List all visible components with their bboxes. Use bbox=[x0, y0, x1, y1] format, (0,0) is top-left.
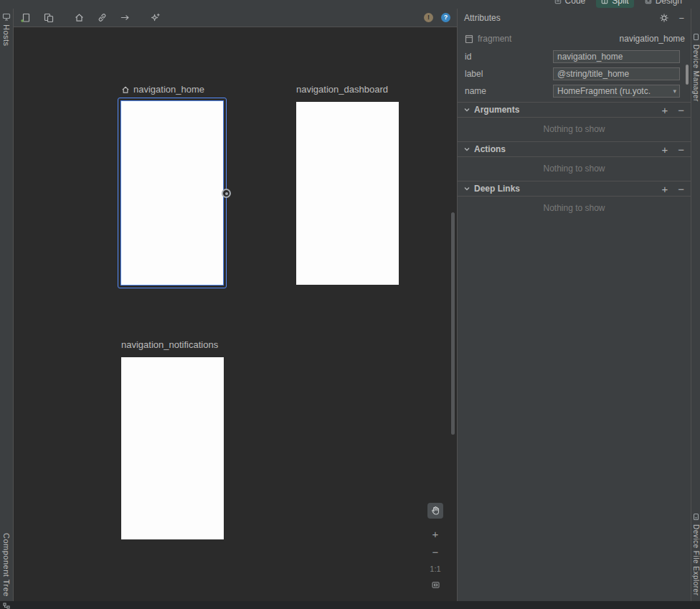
rail-tab-device-file-explorer[interactable]: Device File Explorer bbox=[692, 524, 700, 595]
field-row-label: label bbox=[465, 67, 680, 80]
right-tool-rail: Device Manager Device File Explorer bbox=[691, 9, 700, 601]
panel-scrollbar[interactable] bbox=[686, 65, 689, 85]
rail-tab-component-tree[interactable]: Component Tree bbox=[2, 533, 11, 597]
component-tree-icon[interactable] bbox=[3, 603, 11, 609]
auto-arrange-icon[interactable] bbox=[149, 12, 161, 24]
tab-design-label: Design bbox=[656, 0, 682, 6]
pan-hand-icon bbox=[430, 506, 440, 516]
hide-panel-icon[interactable]: − bbox=[678, 14, 684, 23]
new-destination-icon[interactable] bbox=[20, 12, 32, 24]
attributes-panel-title: Attributes bbox=[464, 13, 501, 23]
code-tab-icon bbox=[554, 0, 562, 4]
deep-link-icon[interactable] bbox=[96, 12, 108, 24]
bottom-strip bbox=[0, 601, 700, 609]
split-tab-icon bbox=[601, 0, 608, 4]
add-deep-link-icon[interactable]: + bbox=[661, 184, 668, 194]
component-type-label: fragment bbox=[478, 34, 511, 44]
section-title: Arguments bbox=[474, 105, 519, 115]
device-manager-icon bbox=[693, 33, 699, 41]
pan-button[interactable] bbox=[427, 503, 443, 519]
chevron-down-icon bbox=[464, 107, 470, 113]
gear-icon[interactable] bbox=[659, 13, 669, 23]
section-deep-links: Deep Links + − Nothing to show bbox=[458, 181, 691, 220]
fragment-screen-navigation-home bbox=[120, 100, 224, 285]
start-destination-home-icon bbox=[121, 85, 130, 94]
fragment-preview-navigation-dashboard[interactable] bbox=[296, 102, 399, 285]
name-field-dropdown[interactable]: HomeFragment (ru.yotc. ▾ bbox=[553, 85, 680, 98]
zoom-controls: + − 1:1 bbox=[427, 503, 443, 590]
tab-code-label: Code bbox=[565, 0, 586, 6]
actions-empty-text: Nothing to show bbox=[458, 157, 691, 181]
top-strip: Code Split Design bbox=[0, 0, 700, 9]
zoom-out-button[interactable]: − bbox=[432, 547, 439, 558]
tab-code[interactable]: Code bbox=[549, 0, 591, 8]
action-connection-handle[interactable] bbox=[222, 189, 231, 198]
rail-tab-hosts[interactable]: Hosts bbox=[2, 24, 11, 47]
nav-editor-toolbar: ! ? bbox=[14, 9, 457, 27]
warnings-indicator-icon[interactable]: ! bbox=[424, 13, 433, 22]
fragment-label-navigation-home[interactable]: navigation_home bbox=[121, 84, 204, 95]
name-field-value: HomeFragment (ru.yotc. bbox=[557, 86, 651, 96]
arguments-empty-text: Nothing to show bbox=[458, 118, 691, 141]
zoom-in-button[interactable]: + bbox=[432, 529, 439, 540]
label-field-input[interactable] bbox=[553, 67, 680, 80]
id-field-label: id bbox=[465, 52, 553, 62]
zoom-to-fit-icon[interactable] bbox=[431, 580, 440, 590]
fragment-label-navigation-dashboard[interactable]: navigation_dashboard bbox=[296, 84, 388, 95]
design-tab-icon bbox=[645, 0, 652, 4]
name-field-label: name bbox=[465, 86, 553, 96]
zoom-level-label: 1:1 bbox=[430, 565, 440, 573]
section-header-actions[interactable]: Actions + − bbox=[458, 141, 691, 157]
section-arguments: Arguments + − Nothing to show bbox=[458, 102, 691, 141]
id-field-input[interactable] bbox=[553, 50, 680, 63]
nav-graph-canvas[interactable]: ! ? navigation_home navigation_dashboard… bbox=[14, 9, 457, 601]
canvas-vertical-scrollbar[interactable] bbox=[451, 212, 455, 435]
action-arrow-icon[interactable] bbox=[119, 12, 131, 24]
hosts-icon bbox=[2, 13, 11, 21]
tab-split[interactable]: Split bbox=[596, 0, 633, 8]
remove-action-icon[interactable]: − bbox=[678, 144, 684, 155]
help-icon[interactable]: ? bbox=[441, 13, 450, 22]
device-file-explorer-icon bbox=[693, 513, 699, 521]
tab-design[interactable]: Design bbox=[640, 0, 687, 8]
chevron-down-icon bbox=[464, 146, 470, 152]
remove-deep-link-icon[interactable]: − bbox=[678, 184, 684, 194]
attribute-sections: Arguments + − Nothing to show Actions + … bbox=[458, 102, 691, 220]
chevron-down-icon: ▾ bbox=[670, 88, 676, 95]
fragment-icon bbox=[465, 34, 473, 44]
field-row-id: id bbox=[465, 50, 680, 63]
attribute-fields: id label name HomeFragment (ru.yotc. ▾ bbox=[458, 46, 691, 98]
editor-mode-tabs: Code Split Design bbox=[549, 0, 687, 9]
section-title: Deep Links bbox=[474, 184, 520, 194]
add-action-icon[interactable]: + bbox=[661, 144, 668, 155]
selected-component-row: fragment navigation_home bbox=[458, 32, 691, 46]
section-header-deep-links[interactable]: Deep Links + − bbox=[458, 181, 691, 197]
section-actions: Actions + − Nothing to show bbox=[458, 141, 691, 181]
left-tool-rail: Hosts Component Tree bbox=[0, 9, 14, 601]
section-header-arguments[interactable]: Arguments + − bbox=[458, 102, 691, 118]
chevron-down-icon bbox=[464, 186, 470, 192]
fragment-preview-navigation-notifications[interactable] bbox=[121, 357, 224, 539]
field-row-name: name HomeFragment (ru.yotc. ▾ bbox=[465, 85, 680, 98]
tab-split-label: Split bbox=[612, 0, 628, 6]
nested-graph-icon[interactable] bbox=[43, 12, 55, 24]
attributes-panel-header: Attributes − bbox=[458, 9, 691, 27]
section-title: Actions bbox=[474, 144, 506, 154]
deep-links-empty-text: Nothing to show bbox=[458, 197, 691, 220]
add-argument-icon[interactable]: + bbox=[661, 105, 668, 115]
remove-argument-icon[interactable]: − bbox=[678, 105, 684, 115]
fragment-preview-navigation-home[interactable] bbox=[118, 98, 227, 288]
rail-tab-device-manager[interactable]: Device Manager bbox=[692, 44, 700, 102]
assign-start-destination-icon[interactable] bbox=[73, 12, 85, 24]
label-field-label: label bbox=[465, 69, 553, 79]
fragment-label-navigation-notifications[interactable]: navigation_notifications bbox=[121, 339, 218, 350]
connection-handle-dot bbox=[225, 192, 228, 195]
attributes-panel: Attributes − fragment navigation_home id bbox=[457, 9, 691, 601]
component-id-label: navigation_home bbox=[620, 34, 685, 44]
